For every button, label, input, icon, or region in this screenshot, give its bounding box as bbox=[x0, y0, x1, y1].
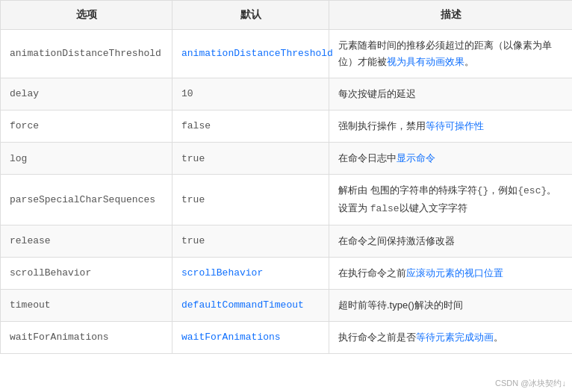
default-cell: defaultCommandTimeout bbox=[172, 289, 329, 321]
option-name: parseSpecialCharSequences bbox=[10, 194, 155, 205]
desc-cell: 执行命令之前是否等待元素完成动画。 bbox=[329, 321, 573, 353]
default-cell: waitForAnimations bbox=[172, 321, 329, 353]
inline-code: {} bbox=[477, 185, 489, 196]
default-cell: 10 bbox=[172, 78, 329, 111]
default-cell: true bbox=[172, 225, 329, 257]
inline-code2: {esc} bbox=[517, 185, 547, 196]
default-value: true bbox=[181, 194, 205, 205]
table-row: releasetrue在命令之间保持激活修改器 bbox=[1, 225, 573, 257]
default-value: false bbox=[181, 120, 211, 131]
desc-cell: 强制执行操作，禁用等待可操作性 bbox=[329, 111, 573, 143]
option-cell: release bbox=[1, 225, 172, 257]
default-link[interactable]: waitForAnimations bbox=[181, 332, 281, 343]
desc-link[interactable]: 等待元素完成动画 bbox=[416, 332, 494, 343]
default-link[interactable]: animationDistanceThreshold bbox=[181, 48, 333, 59]
option-cell: timeout bbox=[1, 289, 172, 321]
option-cell: waitForAnimations bbox=[1, 321, 172, 353]
option-name: log bbox=[10, 153, 27, 164]
inline-code3: false bbox=[370, 203, 400, 214]
desc-text: 强制执行操作，禁用等待可操作性 bbox=[338, 120, 484, 131]
table-row: scrollBehaviorscrollBehavior在执行命令之前应滚动元素… bbox=[1, 257, 573, 289]
desc-text: 每次按键后的延迟 bbox=[338, 88, 416, 99]
desc-cell: 超时前等待.type()解决的时间 bbox=[329, 289, 573, 321]
option-name: delay bbox=[10, 88, 39, 99]
option-name: scrollBehavior bbox=[10, 267, 91, 279]
desc-cell: 每次按键后的延迟 bbox=[329, 78, 573, 111]
option-cell: scrollBehavior bbox=[1, 257, 172, 289]
option-name: release bbox=[10, 235, 51, 246]
desc-link[interactable]: 显示命令 bbox=[397, 152, 435, 164]
option-cell: animationDistanceThreshold bbox=[1, 30, 172, 78]
desc-cell: 在命令日志中显示命令 bbox=[329, 143, 573, 175]
table-row: waitForAnimationswaitForAnimations执行命令之前… bbox=[1, 321, 573, 353]
header-desc: 描述 bbox=[329, 1, 573, 30]
desc-text: 执行命令之前是否等待元素完成动画。 bbox=[338, 332, 503, 343]
table-row: delay10每次按键后的延迟 bbox=[1, 78, 573, 111]
desc-link[interactable]: 应滚动元素的视口位置 bbox=[406, 267, 503, 279]
header-option: 选项 bbox=[1, 1, 172, 30]
option-name: animationDistanceThreshold bbox=[10, 48, 161, 59]
default-cell: true bbox=[172, 175, 329, 225]
desc-text: 解析由 包围的字符串的特殊字符{}，例如{esc}。设置为 false以键入文字… bbox=[338, 184, 556, 213]
desc-text: 在命令日志中显示命令 bbox=[338, 152, 435, 164]
desc-cell: 元素随着时间的推移必须超过的距离（以像素为单位）才能被视为具有动画效果。 bbox=[329, 30, 573, 78]
default-cell: animationDistanceThreshold bbox=[172, 30, 329, 78]
option-cell: parseSpecialCharSequences bbox=[1, 175, 172, 225]
default-link[interactable]: defaultCommandTimeout bbox=[181, 299, 304, 311]
default-cell: scrollBehavior bbox=[172, 257, 329, 289]
desc-text: 超时前等待.type()解决的时间 bbox=[338, 299, 463, 311]
table-row: timeoutdefaultCommandTimeout超时前等待.type()… bbox=[1, 289, 573, 321]
table-row: parseSpecialCharSequencestrue解析由 包围的字符串的… bbox=[1, 175, 573, 225]
option-cell: force bbox=[1, 111, 172, 143]
default-value: 10 bbox=[181, 88, 193, 99]
desc-cell: 在命令之间保持激活修改器 bbox=[329, 225, 573, 257]
default-value: true bbox=[181, 235, 205, 246]
default-value: true bbox=[181, 153, 205, 164]
watermark: CSDN @冰块契约↓ bbox=[495, 378, 566, 389]
table-header-row: 选项 默认 描述 bbox=[1, 1, 573, 30]
option-name: waitForAnimations bbox=[10, 332, 109, 343]
option-cell: delay bbox=[1, 78, 172, 111]
desc-text: 元素随着时间的推移必须超过的距离（以像素为单位）才能被视为具有动画效果。 bbox=[338, 40, 552, 67]
option-cell: log bbox=[1, 143, 172, 175]
desc-link[interactable]: 视为具有动画效果 bbox=[387, 56, 464, 67]
option-name: force bbox=[10, 120, 39, 131]
default-link[interactable]: scrollBehavior bbox=[181, 267, 263, 279]
table-container: 选项 默认 描述 animationDistanceThresholdanima… bbox=[0, 0, 572, 392]
desc-cell: 在执行命令之前应滚动元素的视口位置 bbox=[329, 257, 573, 289]
desc-cell: 解析由 包围的字符串的特殊字符{}，例如{esc}。设置为 false以键入文字… bbox=[329, 175, 573, 225]
desc-text: 在命令之间保持激活修改器 bbox=[338, 235, 455, 246]
desc-text: 在执行命令之前应滚动元素的视口位置 bbox=[338, 267, 503, 279]
default-cell: false bbox=[172, 111, 329, 143]
desc-link[interactable]: 等待可操作性 bbox=[426, 120, 484, 131]
table-row: animationDistanceThresholdanimationDista… bbox=[1, 30, 573, 78]
header-default: 默认 bbox=[172, 1, 329, 30]
option-name: timeout bbox=[10, 299, 51, 311]
table-row: forcefalse强制执行操作，禁用等待可操作性 bbox=[1, 111, 573, 143]
default-cell: true bbox=[172, 143, 329, 175]
options-table: 选项 默认 描述 animationDistanceThresholdanima… bbox=[0, 0, 572, 354]
table-row: logtrue在命令日志中显示命令 bbox=[1, 143, 573, 175]
